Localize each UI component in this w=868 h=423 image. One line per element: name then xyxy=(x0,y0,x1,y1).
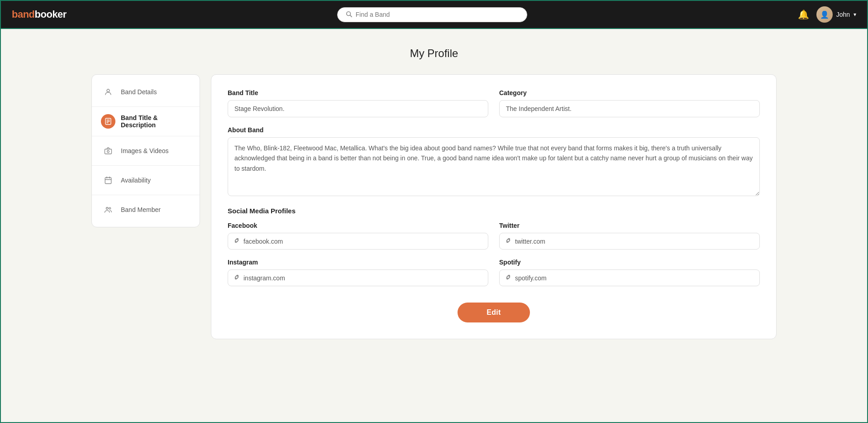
link-icon-instagram xyxy=(234,274,240,282)
svg-point-14 xyxy=(109,207,111,209)
edit-button[interactable]: Edit xyxy=(458,303,529,322)
twitter-group: Twitter xyxy=(499,222,760,250)
link-icon-twitter xyxy=(505,237,511,245)
spotify-label: Spotify xyxy=(499,259,760,266)
sidebar-item-band-details[interactable]: Band Details xyxy=(92,78,200,106)
calendar-icon xyxy=(101,173,115,187)
divider-3 xyxy=(92,165,200,166)
twitter-input-wrap xyxy=(499,233,760,250)
svg-point-2 xyxy=(107,89,110,92)
facebook-input-wrap xyxy=(228,233,488,250)
header: bandbooker 🔔 👤 John ▾ xyxy=(1,1,867,29)
category-label: Category xyxy=(499,89,760,96)
svg-line-1 xyxy=(350,15,352,17)
instagram-group: Instagram xyxy=(228,259,488,286)
about-label: About Band xyxy=(228,126,760,134)
facebook-input[interactable] xyxy=(243,238,482,245)
document-icon xyxy=(101,114,115,129)
logo-band: band xyxy=(12,9,35,20)
link-icon-spotify xyxy=(505,274,511,282)
svg-point-8 xyxy=(107,150,110,153)
social-media-label: Social Media Profiles xyxy=(228,207,760,215)
svg-rect-9 xyxy=(105,178,111,184)
logo-booker: booker xyxy=(35,9,67,20)
search-input[interactable] xyxy=(356,11,519,18)
main-layout: Band Details Band Title & Description xyxy=(91,74,777,339)
category-input[interactable] xyxy=(499,100,760,117)
avatar-image: 👤 xyxy=(816,6,833,23)
sidebar-label-band-details: Band Details xyxy=(121,88,157,96)
about-textarea[interactable]: The Who, Blink-182, Fleetwood Mac, Metal… xyxy=(228,137,760,196)
person-icon xyxy=(101,85,115,99)
band-title-group: Band Title xyxy=(228,89,488,117)
instagram-input[interactable] xyxy=(243,274,482,282)
sidebar: Band Details Band Title & Description xyxy=(91,74,200,227)
chevron-down-icon: ▾ xyxy=(854,11,856,18)
instagram-input-wrap xyxy=(228,269,488,286)
page-content: My Profile Band Details xyxy=(1,29,867,357)
spotify-group: Spotify xyxy=(499,259,760,286)
svg-point-13 xyxy=(106,207,109,210)
logo[interactable]: bandbooker xyxy=(12,9,67,20)
spotify-input[interactable] xyxy=(515,274,754,282)
social-media-section: Social Media Profiles Facebook xyxy=(228,207,760,286)
facebook-label: Facebook xyxy=(228,222,488,229)
form-card: Band Title Category About Band The Who, … xyxy=(211,74,777,339)
twitter-input[interactable] xyxy=(515,238,754,245)
sidebar-label-band-title: Band Title & Description xyxy=(121,114,191,129)
facebook-twitter-row: Facebook Twitter xyxy=(228,222,760,250)
notification-icon[interactable]: 🔔 xyxy=(798,9,809,20)
sidebar-item-band-member[interactable]: Band Member xyxy=(92,196,200,223)
divider-2 xyxy=(92,136,200,136)
spotify-input-wrap xyxy=(499,269,760,286)
user-menu[interactable]: 👤 John ▾ xyxy=(816,6,856,23)
divider-1 xyxy=(92,106,200,107)
group-icon xyxy=(101,202,115,217)
link-icon-facebook xyxy=(234,237,240,245)
twitter-label: Twitter xyxy=(499,222,760,229)
instagram-spotify-row: Instagram Spotify xyxy=(228,259,760,286)
band-title-input[interactable] xyxy=(228,100,488,117)
camera-icon xyxy=(101,144,115,158)
avatar: 👤 xyxy=(816,6,833,23)
sidebar-label-band-member: Band Member xyxy=(121,206,161,213)
sidebar-item-images-videos[interactable]: Images & Videos xyxy=(92,137,200,164)
instagram-label: Instagram xyxy=(228,259,488,266)
sidebar-item-availability[interactable]: Availability xyxy=(92,167,200,194)
sidebar-item-band-title-desc[interactable]: Band Title & Description xyxy=(92,108,200,135)
search-icon xyxy=(346,11,352,19)
user-name-label: John xyxy=(836,11,850,18)
about-group: About Band The Who, Blink-182, Fleetwood… xyxy=(228,126,760,196)
header-right: 🔔 👤 John ▾ xyxy=(798,6,856,23)
facebook-group: Facebook xyxy=(228,222,488,250)
svg-rect-7 xyxy=(105,149,112,154)
category-group: Category xyxy=(499,89,760,117)
band-title-label: Band Title xyxy=(228,89,488,96)
page-title: My Profile xyxy=(91,47,777,60)
sidebar-label-images: Images & Videos xyxy=(121,147,169,154)
sidebar-label-availability: Availability xyxy=(121,177,151,184)
title-category-row: Band Title Category xyxy=(228,89,760,117)
search-bar[interactable] xyxy=(337,7,527,22)
divider-4 xyxy=(92,195,200,195)
